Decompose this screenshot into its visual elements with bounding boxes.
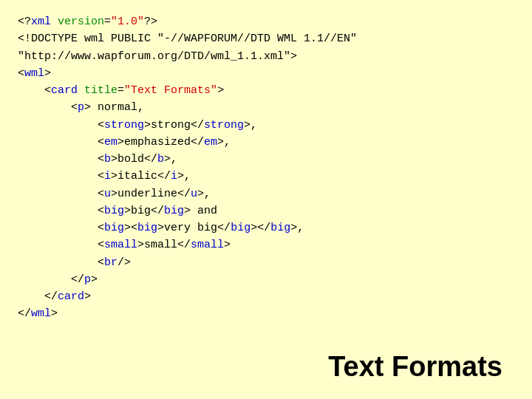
code-line-3: "http://www.wapforum.org/DTD/wml_1.1.xml… — [18, 48, 514, 65]
code-line-16: </p> — [18, 271, 514, 288]
text-formats-label: Text Formats — [328, 351, 502, 383]
code-line-10: <i>italic</i>, — [18, 168, 514, 185]
code-line-1: <?xml version="1.0"?> — [18, 13, 514, 30]
code-line-13: <big><big>very big</big></big>, — [18, 219, 514, 236]
code-line-8: <em>emphasized</em>, — [18, 134, 514, 151]
code-line-9: <b>bold</b>, — [18, 151, 514, 168]
code-line-12: <big>big</big> and — [18, 202, 514, 219]
code-line-6: <p> normal, — [18, 99, 514, 116]
code-display: <?xml version="1.0"?> <!DOCTYPE wml PUBL… — [18, 13, 514, 323]
code-line-14: <small>small</small> — [18, 236, 514, 253]
code-line-15: <br/> — [18, 254, 514, 271]
code-line-2: <!DOCTYPE wml PUBLIC "-//WAPFORUM//DTD W… — [18, 30, 514, 47]
code-line-11: <u>underline</u>, — [18, 185, 514, 202]
code-line-5: <card title="Text Formats"> — [18, 82, 514, 99]
code-line-7: <strong>strong</strong>, — [18, 117, 514, 134]
code-line-4: <wml> — [18, 65, 514, 82]
code-line-17: </card> — [18, 288, 514, 305]
main-container: <?xml version="1.0"?> <!DOCTYPE wml PUBL… — [0, 0, 532, 399]
code-line-18: </wml> — [18, 305, 514, 322]
